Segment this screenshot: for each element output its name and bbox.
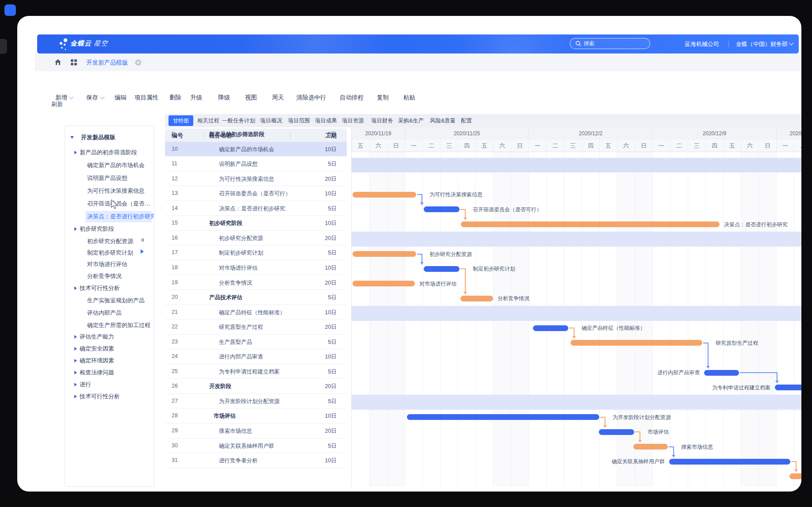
tree-item-22[interactable]: 技术可行性分析 [80,391,120,402]
view-tab-active[interactable]: 甘特图 [169,115,193,126]
gantt-bar-task-24[interactable] [704,370,739,376]
table-row-14[interactable]: 14决策点：是否进行初步研究5日 [165,201,347,216]
gantt-bar-task-21[interactable] [533,325,568,331]
table-row-12[interactable]: 12为可行性决策搜索信息20日 [165,172,347,187]
tree-item-14[interactable]: 生产实验室规划的产品 [87,295,145,306]
view-tab-5[interactable]: 项目范围 [288,114,310,127]
table-row-27[interactable]: 27为开发阶段计划分配资源5日 [165,394,347,409]
dock-app-icon[interactable] [4,4,16,16]
gantt-bar-task-28[interactable] [599,429,634,435]
dock-app-icon-partial[interactable] [0,39,7,54]
toolbar-item-3[interactable]: 编辑 [115,94,126,102]
table-row-25[interactable]: 25为专利申请过程建立档案5日 [165,364,347,379]
gantt-bar-task-25[interactable] [775,385,801,390]
table-row-21[interactable]: 21确定产品特征（性能标准）10日 [165,305,347,320]
tree-item-8[interactable]: 初步研究阶段 [80,223,114,235]
view-tab-9[interactable]: 采购&生产 [398,114,424,127]
table-row-22[interactable]: 22研究原型生产过程20日 [165,320,347,335]
view-tab-4[interactable]: 项目概况 [260,114,282,127]
gantt-bar-task-19[interactable] [460,296,493,301]
table-row-20[interactable]: 20产品技术评估5日 [165,290,347,305]
toolbar-item-12[interactable]: 复制 [377,94,389,102]
tree-item-18[interactable]: 确定安全因素 [80,343,114,355]
expand-arrow-icon[interactable] [74,227,77,231]
table-row-16[interactable]: 16初步研究分配资源20日 [165,231,347,246]
view-tab-10[interactable]: 风险&质量 [430,114,456,127]
tree-item-4[interactable]: 说明新产品设想 [87,172,127,184]
gantt-bar-task-16[interactable] [352,251,416,257]
tree-item-11[interactable]: 对市场进行评估 [87,259,127,270]
tree-item-17[interactable]: 评估生产能力 [80,331,114,343]
gantt-bar-task-14[interactable] [461,221,720,227]
table-row-23[interactable]: 23生产原型产品5日 [165,335,347,350]
gantt-bar-task-31[interactable] [789,473,801,479]
tree-item-9[interactable]: 初步研究分配资源 [87,236,133,247]
expand-arrow-icon[interactable] [74,395,77,398]
table-row-10[interactable]: 10确定新产品的市场机会10日 [165,142,347,157]
home-icon[interactable] [54,58,62,66]
view-tab-3[interactable]: 一般任务计划 [222,114,255,127]
close-tab-icon[interactable] [135,59,142,66]
expand-arrow-icon[interactable] [74,371,77,374]
user-org-menu[interactable]: 金蝶（中国）财务部 [736,40,793,48]
tree-item-12[interactable]: 分析竞争情况 [87,271,122,282]
table-row-9[interactable]: 9新产品的初步筛选阶段5日 [165,127,347,142]
expand-arrow-icon[interactable] [74,151,77,154]
tree-item-16[interactable]: 确定生产所需的加工过程 [87,320,150,331]
gantt-bar-task-13[interactable] [424,206,460,212]
tree-item-13[interactable]: 技术可行性分析 [80,282,120,294]
toolbar-item-5[interactable]: 删除 [169,94,181,102]
expand-right-icon[interactable] [141,249,144,254]
tab-document-title[interactable]: 开发新产品模版 [86,59,128,67]
tree-item-7[interactable]: 决策点：是否进行初步研究 [87,211,154,222]
expand-arrow-icon[interactable] [74,359,77,362]
toolbar-item-9[interactable]: 周天 [272,94,284,102]
expand-arrow-icon[interactable] [74,347,77,351]
toolbar-item-11[interactable]: 自动排程 [340,94,364,102]
table-row-13[interactable]: 13召开筛选委员会（是否可行）10日 [165,186,347,201]
expand-arrow-icon[interactable] [74,383,77,386]
gantt-bar-task-29[interactable] [633,444,668,450]
collapse-left-icon[interactable] [141,238,144,242]
table-row-28[interactable]: 28市场评估10日 [165,408,347,423]
gantt-bar-task-27[interactable] [407,414,599,420]
gantt-bar-task-18[interactable] [352,281,415,286]
table-row-11[interactable]: 11说明新产品设想5日 [165,156,347,172]
expand-arrow-icon[interactable] [74,335,77,339]
search-input[interactable]: 搜索 [570,38,650,49]
table-row-17[interactable]: 17制定初步研究计划5日 [165,245,347,260]
table-row-31[interactable]: 31进行竞争者分析10日 [165,453,347,468]
expand-arrow-icon[interactable] [74,286,77,290]
view-tab-8[interactable]: 项目财务 [371,114,393,127]
tree-item-19[interactable]: 确定环境因素 [80,355,114,366]
tree-item-3[interactable]: 确定新产品的市场机会 [87,160,145,171]
tree-item-10[interactable]: 制定初步研究计划 [87,247,133,259]
table-row-24[interactable]: 24进行内部产品审查10日 [165,349,347,364]
tree-item-2[interactable]: 新产品的初步筛选阶段 [80,147,137,158]
table-row-29[interactable]: 29搜索市场信息20日 [165,423,347,438]
table-row-19[interactable]: 19分析竞争情况20日 [165,275,347,290]
gantt-chart[interactable]: 2020/11/192020/11/252020/12/22020/12/920… [351,127,801,487]
table-row-18[interactable]: 18对市场进行评估10日 [165,260,347,275]
tree-item-20[interactable]: 检查法律问题 [80,367,114,378]
view-tab-6[interactable]: 项目成果 [315,114,337,127]
view-tab-2[interactable]: 相关过程 [197,114,219,127]
tree-item-1[interactable]: 开发新品模版 [81,132,115,143]
toolbar-item-13[interactable]: 粘贴 [403,94,415,102]
toolbar-item-8[interactable]: 视图 [245,94,257,102]
collapse-arrow-icon[interactable] [70,136,74,139]
company-name[interactable]: 蓝海机械公司 [685,40,719,48]
gantt-bar-task-12[interactable] [352,192,416,198]
table-row-15[interactable]: 15初步研究阶段10日 [165,216,347,231]
apps-grid-icon[interactable] [70,59,77,66]
toolbar-item-7[interactable]: 降级 [218,94,230,102]
tree-item-21[interactable]: 进行 [80,379,91,390]
refresh-button[interactable]: 刷新 [51,100,63,108]
view-tab-7[interactable]: 项目资源 [342,114,364,127]
tree-item-15[interactable]: 评估内部产品 [87,307,122,319]
gantt-bar-task-22[interactable] [571,340,702,346]
toolbar-item-2[interactable]: 保存 [86,94,104,102]
gantt-bar-task-17[interactable] [424,266,460,272]
toolbar-item-6[interactable]: 升级 [190,94,202,102]
tree-item-5[interactable]: 为可行性决策搜索信息 [87,185,145,197]
